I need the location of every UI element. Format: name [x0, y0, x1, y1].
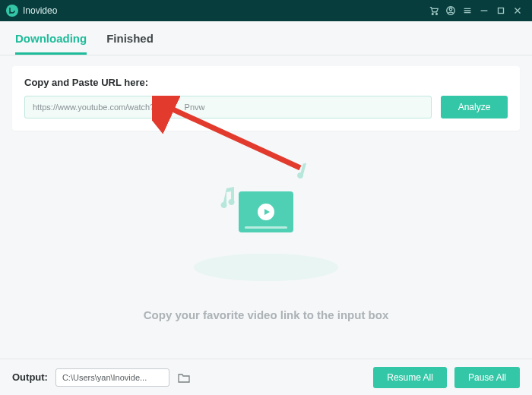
cart-icon[interactable]: [426, 2, 442, 19]
analyze-button[interactable]: Analyze: [441, 96, 508, 118]
shadow-ellipse: [194, 254, 338, 281]
url-panel-label: Copy and Paste URL here:: [24, 77, 508, 88]
svg-point-3: [449, 8, 452, 11]
video-placeholder-icon: [239, 191, 293, 232]
resume-all-button[interactable]: Resume All: [373, 367, 447, 388]
app-title: Inovideo: [23, 5, 57, 16]
tab-bar: Downloading Finished: [0, 21, 532, 55]
maximize-icon[interactable]: [492, 2, 509, 19]
output-path-field[interactable]: C:\Users\yan\Inovide...: [55, 368, 169, 387]
svg-rect-4: [499, 8, 504, 14]
tab-finished[interactable]: Finished: [106, 32, 154, 55]
pause-all-button[interactable]: Pause All: [454, 367, 520, 388]
account-icon[interactable]: [442, 2, 459, 19]
music-note-icon: [219, 185, 237, 211]
titlebar: Inovideo: [0, 0, 532, 21]
output-label: Output:: [12, 371, 48, 383]
footer-bar: Output: C:\Users\yan\Inovide... Resume A…: [0, 359, 532, 395]
svg-point-0: [432, 14, 433, 15]
play-icon: [258, 204, 274, 220]
url-input[interactable]: [24, 96, 432, 118]
music-note-icon: [294, 160, 313, 184]
app-logo-icon: [6, 5, 18, 17]
output-path-text: C:\Users\yan\Inovide...: [62, 373, 147, 382]
close-icon[interactable]: [509, 2, 526, 19]
minimize-icon[interactable]: [476, 2, 492, 19]
svg-point-1: [436, 14, 438, 15]
hero-hint: Copy your favorite video link to the inp…: [0, 308, 532, 321]
folder-icon[interactable]: [176, 369, 192, 386]
tab-downloading[interactable]: Downloading: [15, 32, 87, 55]
url-panel: Copy and Paste URL here: Analyze: [12, 66, 520, 131]
hero-area: [0, 153, 532, 305]
menu-icon[interactable]: [459, 2, 476, 19]
